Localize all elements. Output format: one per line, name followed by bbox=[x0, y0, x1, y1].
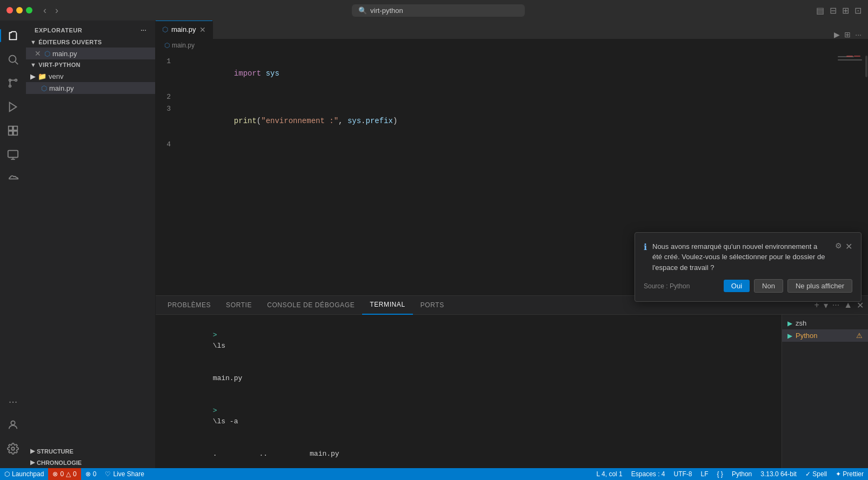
breadcrumb-text: main.py bbox=[172, 42, 195, 49]
session-zsh[interactable]: ▶ zsh bbox=[782, 317, 868, 329]
status-spaces-label: Espaces : 4 bbox=[631, 470, 665, 478]
activity-item-settings[interactable] bbox=[2, 438, 24, 459]
folder-arrow: ▶ bbox=[30, 72, 36, 80]
activity-item-docker[interactable] bbox=[2, 167, 24, 189]
editor-more-icon[interactable]: ··· bbox=[855, 30, 862, 39]
structure-section[interactable]: ▶ STRUCTURE bbox=[26, 445, 155, 457]
open-file-main-py[interactable]: ✕ ⬡ main.py bbox=[26, 48, 155, 59]
split-icon[interactable]: ⊞ bbox=[844, 30, 851, 39]
status-errors-label: 0 bbox=[60, 470, 64, 478]
status-position-label: L 4, col 1 bbox=[597, 470, 623, 478]
svg-point-3 bbox=[15, 79, 17, 82]
activity-item-search[interactable] bbox=[2, 49, 24, 70]
status-prettier[interactable]: ✦ Prettier bbox=[831, 468, 868, 480]
search-bar[interactable]: 🔍 bbox=[352, 4, 525, 17]
notification-non-button[interactable]: Non bbox=[754, 279, 783, 293]
traffic-light-green[interactable] bbox=[26, 7, 32, 13]
status-language-label: Python bbox=[732, 470, 752, 478]
tab-problemes-label: PROBLÈMES bbox=[168, 301, 211, 309]
tab-problemes[interactable]: PROBLÈMES bbox=[160, 296, 218, 315]
layout-icon-3[interactable]: ⊞ bbox=[842, 5, 849, 16]
traffic-light-yellow[interactable] bbox=[16, 7, 23, 13]
activity-item-git[interactable] bbox=[2, 72, 24, 94]
file-tree-open: ✕ ⬡ main.py bbox=[26, 48, 155, 59]
breadcrumb: ⬡ main.py bbox=[156, 39, 868, 51]
svg-point-0 bbox=[9, 56, 16, 63]
terminal-main[interactable]: > \ls main.py > \ls -a . .. main.py bbox=[156, 315, 782, 468]
structure-arrow: ▶ bbox=[30, 448, 35, 455]
folder-icon: 📁 bbox=[38, 72, 46, 80]
notification-source: Source : Python bbox=[644, 282, 719, 290]
status-prettier-label: ✦ Prettier bbox=[836, 470, 864, 478]
folder-venv[interactable]: ▶ 📁 venv bbox=[26, 70, 155, 82]
notification-close-button[interactable]: ✕ bbox=[845, 241, 852, 252]
activity-bottom: ··· bbox=[2, 390, 24, 464]
close-file-icon[interactable]: ✕ bbox=[35, 49, 41, 58]
activity-item-remote[interactable] bbox=[2, 144, 24, 165]
layout-icon-2[interactable]: ⊟ bbox=[830, 5, 837, 16]
line-num-2: 2 bbox=[158, 91, 179, 103]
virt-python-section[interactable]: ▼ VIRT-PYTHON bbox=[26, 59, 155, 70]
session-python-icon: ▶ bbox=[787, 332, 792, 340]
code-line-2: 2 bbox=[156, 91, 836, 103]
status-launchpad[interactable]: ⬡ Launchpad bbox=[0, 468, 48, 480]
status-launchpad-label: Launchpad bbox=[12, 470, 44, 478]
cmd-2: \ls -a bbox=[213, 417, 238, 425]
status-language[interactable]: Python bbox=[727, 468, 756, 480]
status-position[interactable]: L 4, col 1 bbox=[592, 468, 627, 480]
nav-back-button[interactable]: ‹ bbox=[41, 5, 49, 16]
token-comma: , bbox=[338, 117, 348, 125]
token-dot: . bbox=[361, 117, 365, 125]
notification-actions: Source : Python Oui Non Ne plus afficher bbox=[644, 279, 852, 293]
sidebar-more-icon[interactable]: ··· bbox=[141, 27, 146, 33]
open-editors-label: ÉDITEURS OUVERTS bbox=[38, 39, 102, 45]
activity-item-run[interactable] bbox=[2, 96, 24, 118]
activity-item-extensions[interactable] bbox=[2, 120, 24, 141]
status-spell[interactable]: ✓ Spell bbox=[801, 468, 831, 480]
open-editors-section[interactable]: ▼ ÉDITEURS OUVERTS bbox=[26, 37, 155, 48]
status-encoding[interactable]: UTF-8 bbox=[670, 468, 697, 480]
layout-icon-1[interactable]: ▤ bbox=[816, 5, 824, 16]
terminal-line-4: . .. main.py bbox=[162, 438, 775, 468]
session-python[interactable]: ▶ Python ⚠ bbox=[782, 329, 868, 342]
token-sys: sys bbox=[266, 69, 279, 78]
chronologie-section[interactable]: ▶ CHRONOLOGIE bbox=[26, 457, 155, 468]
tab-ports[interactable]: PORTS bbox=[413, 296, 452, 315]
line-num-1: 1 bbox=[158, 56, 179, 67]
notification-oui-button[interactable]: Oui bbox=[724, 280, 750, 292]
run-icon[interactable]: ▶ bbox=[834, 30, 840, 39]
tab-sortie[interactable]: SORTIE bbox=[218, 296, 259, 315]
notification-gear-icon[interactable]: ⚙ bbox=[835, 241, 842, 250]
file-main-py[interactable]: ⬡ main.py bbox=[26, 82, 155, 94]
status-mic[interactable]: ⊗ 0 bbox=[81, 468, 101, 480]
status-liveshare-label: Live Share bbox=[113, 470, 144, 478]
open-editors-arrow: ▼ bbox=[30, 39, 36, 45]
status-liveshare[interactable]: ♡ Live Share bbox=[101, 468, 148, 480]
nav-forward-button[interactable]: › bbox=[53, 5, 61, 16]
status-spaces[interactable]: Espaces : 4 bbox=[627, 468, 670, 480]
svg-point-16 bbox=[11, 421, 15, 425]
line-content-3: print("environnement :", sys.prefix) bbox=[179, 103, 833, 139]
activity-item-explorer[interactable] bbox=[2, 25, 24, 46]
notification-info-icon: ℹ bbox=[644, 242, 647, 252]
status-version[interactable]: 3.13.0 64-bit bbox=[756, 468, 801, 480]
traffic-light-red[interactable] bbox=[6, 7, 13, 13]
status-left: ⬡ Launchpad ⊗ 0 △ 0 ⊗ 0 ♡ Live Share bbox=[0, 468, 149, 480]
status-braces[interactable]: { } bbox=[713, 468, 727, 480]
titlebar-left: ‹ › bbox=[6, 5, 61, 16]
layout-icon-4[interactable]: ⊡ bbox=[854, 5, 862, 16]
tab-console[interactable]: CONSOLE DE DÉBOGAGE bbox=[259, 296, 362, 315]
status-eol[interactable]: LF bbox=[697, 468, 713, 480]
status-errors[interactable]: ⊗ 0 △ 0 bbox=[48, 468, 81, 480]
titlebar-right: ▤ ⊟ ⊞ ⊡ bbox=[816, 5, 862, 16]
tab-close-icon[interactable]: ✕ bbox=[199, 25, 206, 34]
svg-marker-8 bbox=[10, 103, 17, 112]
notification-popup: ℹ Nous avons remarqué qu'un nouvel envir… bbox=[635, 232, 862, 302]
search-input[interactable] bbox=[370, 6, 518, 15]
tab-main-py[interactable]: ⬡ main.py ✕ bbox=[156, 21, 213, 39]
activity-item-account[interactable] bbox=[2, 414, 24, 436]
tab-terminal[interactable]: TERMINAL bbox=[362, 296, 412, 315]
svg-rect-13 bbox=[8, 151, 18, 158]
activity-item-more[interactable]: ··· bbox=[2, 390, 24, 412]
notification-neplus-button[interactable]: Ne plus afficher bbox=[787, 279, 852, 293]
